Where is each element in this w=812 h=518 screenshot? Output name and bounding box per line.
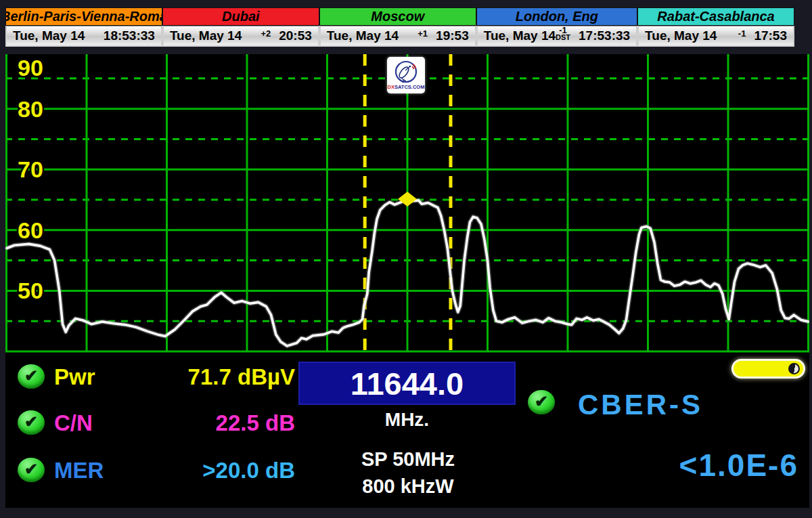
svg-text:50: 50 — [18, 278, 43, 303]
timezone-time-london: Tue, May 14 -1DST 17:53:33 — [476, 26, 637, 47]
city-label: Moscow — [371, 9, 424, 24]
date-label: Tue, May 14 — [13, 28, 85, 43]
spectrum-canvas: 9080706050 — [5, 54, 809, 355]
cn-ok-check-icon — [18, 410, 45, 435]
city-label: Rabat-Casablanca — [657, 9, 774, 24]
city-label: Dubai — [222, 9, 260, 24]
city-label: Berlin-Paris-Vienna-Roma — [5, 9, 162, 24]
dxsatcs-logo: DXSATCS.COM — [387, 57, 425, 93]
city-label: London, Eng — [516, 9, 598, 24]
time-label: 20:53 — [279, 28, 312, 43]
logo-text: DXSATCS.COM — [388, 85, 425, 90]
marker-indicator-toggle[interactable] — [731, 359, 805, 379]
timezone-city-dubai: Dubai — [162, 7, 319, 26]
cber-ok-check-icon — [528, 390, 555, 414]
svg-text:60: 60 — [18, 217, 43, 243]
timezone-time-rabat: Tue, May 14 -1 17:53 — [637, 26, 794, 47]
cn-value: 22.5 dB — [100, 410, 295, 436]
span-label: SP 50MHz — [290, 448, 526, 471]
date-label: Tue, May 14 — [170, 28, 242, 43]
satellite-meter-screen: Berlin-Paris-Vienna-Roma Dubai Moscow Lo… — [0, 0, 812, 518]
timezone-time-dubai: Tue, May 14 +2 20:53 — [162, 26, 319, 47]
center-frequency-display[interactable]: 11644.0 — [298, 362, 516, 405]
cber-label: CBER-S — [578, 389, 703, 421]
date-label: Tue, May 14 — [645, 28, 717, 43]
timezone-time-moscow: Tue, May 14 +1 19:53 — [319, 26, 476, 47]
time-label: 18:53:33 — [104, 28, 155, 43]
readout-panel: Pwr 71.7 dBµV C/N 22.5 dB MER >20.0 dB 1… — [5, 355, 809, 508]
spectrum-plot: 9080706050 DXSATCS.COM — [5, 54, 809, 355]
mer-ok-check-icon — [18, 458, 45, 482]
pwr-ok-check-icon — [18, 364, 45, 389]
time-label: 17:53:33 — [579, 28, 630, 43]
svg-text:70: 70 — [18, 156, 43, 182]
svg-text:80: 80 — [18, 96, 43, 122]
frequency-value: 11644.0 — [351, 365, 464, 402]
bandwidth-label: 800 kHzW — [290, 475, 526, 498]
date-label: Tue, May 14 — [327, 28, 399, 43]
time-label: 19:53 — [436, 28, 469, 43]
timezone-city-berlin: Berlin-Paris-Vienna-Roma — [5, 7, 162, 26]
mer-label: MER — [54, 458, 104, 483]
svg-text:90: 90 — [18, 55, 43, 81]
timezone-city-rabat: Rabat-Casablanca — [637, 7, 794, 26]
time-label: 17:53 — [754, 28, 787, 43]
utc-offset: +2 — [261, 30, 271, 37]
utc-offset-dst: -1DST — [556, 26, 570, 41]
frequency-unit: MHz. — [298, 409, 516, 431]
date-label: Tue, May 14 — [484, 28, 556, 43]
pwr-label: Pwr — [54, 364, 95, 390]
cber-value: <1.0E-6 — [587, 447, 798, 483]
timezone-city-moscow: Moscow — [319, 7, 476, 26]
utc-offset: +1 — [418, 30, 428, 37]
pwr-value: 71.7 dBµV — [100, 364, 295, 390]
utc-offset: -1 — [738, 30, 746, 37]
timezone-time-berlin: Tue, May 14 18:53:33 — [5, 26, 162, 47]
contrast-dot-icon — [788, 363, 800, 374]
satellite-dish-icon — [392, 60, 420, 85]
cn-label: C/N — [54, 410, 93, 436]
timezone-city-london: London, Eng — [476, 7, 637, 26]
world-clock-bar: Berlin-Paris-Vienna-Roma Dubai Moscow Lo… — [5, 7, 794, 47]
mer-value: >20.0 dB — [100, 458, 295, 483]
